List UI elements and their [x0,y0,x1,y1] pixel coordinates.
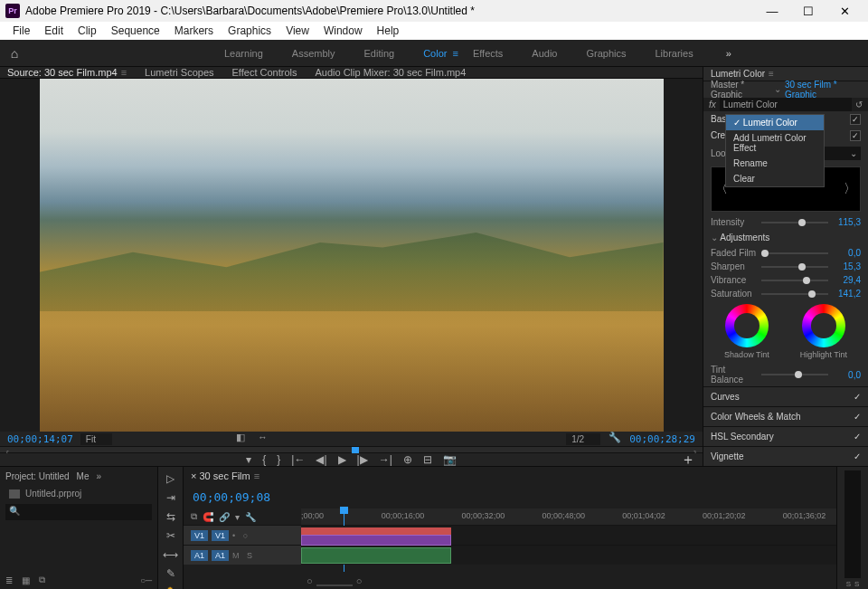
dd-item-lumetri-color[interactable]: Lumetri Color [726,115,824,130]
insert-button[interactable]: ⊕ [403,453,412,466]
menu-window[interactable]: Window [316,23,370,39]
tab-source[interactable]: Source: 30 sec Film.mp4≡ [7,67,127,78]
menu-file[interactable]: File [5,23,37,39]
linked-selection-icon[interactable]: 🔗 [219,512,230,522]
project-zoom-slider[interactable]: ○─ [140,575,152,585]
timeline-ruler[interactable]: ;00;00 00;00;16;00 00;00;32;00 00;00;48;… [301,508,836,525]
project-overflow-icon[interactable]: » [97,471,102,481]
selection-tool[interactable]: ▷ [164,472,178,485]
export-frame-button[interactable]: 📷 [443,453,457,466]
breadcrumb-clip[interactable]: 30 sec Film * Graphic [785,80,861,100]
razor-tool[interactable]: ✂ [164,529,178,542]
mark-in-button[interactable]: { [262,453,266,466]
menu-sequence[interactable]: Sequence [104,23,167,39]
highlight-tint-wheel[interactable] [802,304,845,347]
vibrance-slider[interactable]: Vibrance 29,4 [703,273,868,287]
dd-item-clear[interactable]: Clear [726,171,824,186]
workspace-effects[interactable]: Effects [458,48,517,59]
solo-right[interactable]: S [854,580,859,588]
slip-tool[interactable]: ⟷ [164,548,178,561]
workspace-overflow-icon[interactable]: » [726,48,731,59]
button-editor-icon[interactable]: ＋ [681,451,695,470]
tab-audio-clip-mixer[interactable]: Audio Clip Mixer: 30 sec Film.mp4 [315,67,466,78]
marker-add-icon[interactable]: ▾ [235,512,240,522]
dd-item-add-lumetri[interactable]: Add Lumetri Color Effect [726,130,824,156]
audio-level-meter[interactable] [844,470,861,578]
tab-media[interactable]: Me [77,471,90,481]
zoom-fit-dropdown[interactable]: Fit [80,433,112,445]
close-button[interactable]: ✕ [826,5,863,18]
freeform-view-icon[interactable]: ⧉ [39,575,45,585]
pen-tool[interactable]: ✎ [164,567,178,580]
section-curves[interactable]: Curves✓ [703,386,868,406]
timeline-timecode[interactable]: 00;00;09;08 [193,490,270,504]
tab-effect-controls[interactable]: Effect Controls [232,67,297,78]
go-to-out-button[interactable]: →| [379,453,392,466]
workspace-audio[interactable]: Audio [517,48,571,59]
dd-item-rename[interactable]: Rename [726,156,824,171]
play-button[interactable]: ▶ [338,453,346,466]
tab-project[interactable]: Project: Untitled [5,471,70,481]
ripple-edit-tool[interactable]: ⇆ [164,510,178,523]
workspace-libraries[interactable]: Libraries [640,48,707,59]
section-color-wheels-match[interactable]: Color Wheels & Match✓ [703,406,868,426]
playback-resolution-dropdown[interactable]: 1/2 [566,433,600,445]
thumbnail-view-icon[interactable]: ▦ [22,575,30,585]
creative-checkbox[interactable]: ✓ [850,130,861,141]
basic-checkbox[interactable]: ✓ [850,114,861,125]
list-view-icon[interactable]: ≣ [5,575,13,585]
snap-icon[interactable]: 🧲 [203,512,213,522]
video-preview[interactable] [40,79,664,432]
tab-lumetri-scopes[interactable]: Lumetri Scopes [145,67,213,78]
mark-out-button[interactable]: } [277,453,280,466]
insert-frame-icon[interactable]: ↔ [255,432,269,446]
solo-left[interactable]: S [846,580,851,588]
workspace-assembly[interactable]: Assembly [278,48,350,59]
sharpen-slider[interactable]: Sharpen 15,3 [703,260,868,273]
add-marker-button[interactable]: ▾ [246,453,251,466]
project-file-row[interactable]: Untitled.prproj [0,485,157,502]
nest-icon[interactable]: ⧉ [191,511,197,522]
track-header-a1[interactable]: A1 A1 M S [184,546,301,565]
clip-graphic[interactable] [301,527,451,535]
overwrite-button[interactable]: ⊟ [423,453,432,466]
breadcrumb-master[interactable]: Master * Graphic [711,80,770,100]
timecode-out[interactable]: 00;00;28;29 [629,433,695,445]
timecode-in[interactable]: 00;00;14;07 [7,433,73,445]
clip-audio[interactable] [301,547,451,564]
source-ruler[interactable]: { } [0,446,703,453]
workspace-editing[interactable]: Editing [350,48,410,59]
menu-view[interactable]: View [278,23,316,39]
intensity-slider[interactable]: Intensity 115,3 [703,215,868,229]
settings-icon[interactable]: 🔧 [608,432,622,446]
menu-graphics[interactable]: Graphics [221,23,278,39]
step-forward-button[interactable]: |▶ [357,453,368,466]
project-search-input[interactable]: 🔍 [5,504,152,520]
track-header-v1[interactable]: V1 V1 • ○ [184,526,301,545]
workspace-graphics[interactable]: Graphics [571,48,640,59]
home-icon[interactable]: ⌂ [0,46,29,61]
tint-balance-slider[interactable]: Tint Balance 0,0 [703,363,868,386]
faded-film-slider[interactable]: Faded Film 0,0 [703,246,868,260]
look-next-button[interactable]: 〉 [844,181,856,197]
workspace-learning[interactable]: Learning [210,48,278,59]
fx-badge[interactable]: fx [709,100,716,109]
timeline-settings-icon[interactable]: 🔧 [245,512,256,522]
select-playback-res-icon[interactable]: ◧ [233,432,248,446]
section-vignette[interactable]: Vignette✓ [703,446,868,466]
maximize-button[interactable]: ☐ [790,5,826,18]
go-to-in-button[interactable]: |← [291,453,305,466]
clip-video[interactable] [301,535,451,546]
reset-effect-icon[interactable]: ↺ [855,100,863,109]
section-hsl-secondary[interactable]: HSL Secondary✓ [703,426,868,446]
step-back-button[interactable]: ◀| [316,453,326,466]
adjustments-header[interactable]: Adjustments [703,229,868,246]
lumetri-effect-dropdown[interactable]: Lumetri Color [720,98,852,111]
menu-help[interactable]: Help [370,23,407,39]
menu-markers[interactable]: Markers [167,23,221,39]
track-select-tool[interactable]: ⇥ [164,491,178,504]
saturation-slider[interactable]: Saturation 141,2 [703,287,868,300]
minimize-button[interactable]: — [754,5,790,18]
shadow-tint-wheel[interactable] [725,304,769,347]
track-a1-body[interactable] [301,546,836,565]
